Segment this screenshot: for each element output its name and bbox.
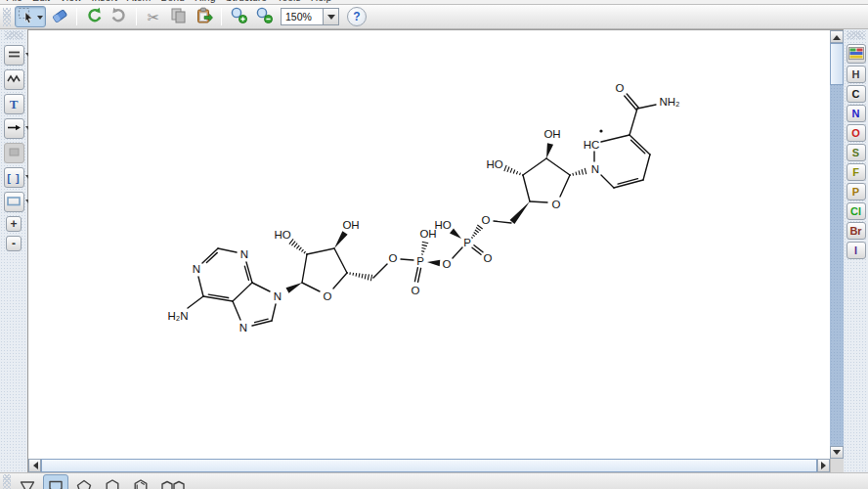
ring-template-pentagon[interactable] — [71, 474, 97, 489]
wedge-bond[interactable] — [510, 201, 530, 224]
element-button-i[interactable]: I — [846, 242, 866, 259]
atom-label[interactable]: O — [482, 214, 491, 226]
atom-label[interactable]: O — [389, 252, 398, 264]
zoom-in-button[interactable] — [227, 6, 250, 27]
bond[interactable] — [302, 283, 320, 291]
bond[interactable] — [629, 135, 650, 155]
rectangle-tool-button[interactable] — [4, 192, 24, 212]
ring-template-triangle[interactable] — [15, 474, 40, 489]
plus-charge-button[interactable]: + — [6, 216, 22, 232]
wedge-bond[interactable] — [427, 260, 440, 266]
scroll-up-button[interactable] — [830, 30, 844, 43]
bond[interactable] — [601, 175, 614, 188]
zoom-level-combo[interactable]: 150% — [281, 8, 339, 25]
bond[interactable] — [523, 158, 546, 175]
atom-label[interactable]: HO — [434, 219, 451, 231]
ring-template-benzene[interactable] — [128, 474, 153, 489]
atom-label[interactable]: OH — [543, 128, 560, 140]
bond[interactable] — [188, 296, 203, 308]
menu-item-file[interactable]: File — [6, 0, 22, 3]
bond[interactable] — [546, 158, 570, 175]
help-button[interactable]: ? — [347, 7, 367, 26]
bond[interactable] — [272, 304, 276, 321]
undo-button[interactable] — [82, 6, 106, 27]
bond[interactable] — [252, 283, 270, 291]
ring-template-square[interactable] — [43, 474, 68, 489]
menu-item-view[interactable]: View — [60, 0, 82, 3]
scroll-down-button[interactable] — [830, 446, 844, 459]
bond[interactable] — [629, 109, 637, 135]
element-button-h[interactable]: H — [846, 66, 866, 83]
atom-label[interactable]: N — [240, 248, 248, 260]
minus-charge-button[interactable]: - — [6, 236, 22, 251]
horizontal-scroll-thumb[interactable] — [41, 459, 817, 472]
bond[interactable] — [307, 248, 334, 254]
atom-label[interactable]: O — [552, 199, 561, 210]
bond[interactable] — [494, 221, 511, 223]
atom-label[interactable]: O — [484, 252, 493, 264]
bond[interactable] — [203, 296, 233, 301]
bond[interactable] — [233, 283, 252, 301]
template-toolbar-grip[interactable] — [3, 474, 11, 489]
atom-label[interactable]: H₂N — [167, 310, 188, 322]
bond[interactable] — [643, 155, 650, 180]
menu-item-help[interactable]: Help — [311, 0, 332, 3]
element-button-o[interactable]: O — [846, 124, 866, 142]
atom-label[interactable]: N — [274, 290, 282, 302]
element-button-n[interactable]: N — [846, 105, 866, 122]
redo-button[interactable] — [108, 6, 131, 27]
bond[interactable] — [373, 264, 387, 278]
ring-template-hexagon[interactable] — [100, 474, 125, 489]
right-toolbar-grip[interactable] — [846, 31, 865, 39]
bond[interactable] — [218, 248, 237, 252]
bond[interactable] — [523, 175, 530, 201]
left-toolbar-grip[interactable] — [5, 31, 23, 39]
copy-button[interactable] — [167, 6, 191, 27]
atom-label[interactable]: P — [416, 255, 424, 267]
element-button-c[interactable]: C — [846, 85, 866, 103]
element-button-br[interactable]: Br — [846, 222, 866, 240]
bond[interactable] — [530, 201, 547, 202]
bond[interactable] — [401, 259, 413, 260]
eraser-button[interactable] — [48, 6, 71, 27]
bond-tool-button[interactable] — [4, 45, 24, 66]
paste-button[interactable] — [193, 6, 216, 27]
menu-item-bond[interactable]: Bond — [160, 0, 185, 3]
zoom-combo-dropdown-button[interactable] — [324, 8, 339, 25]
horizontal-scrollbar[interactable] — [28, 459, 830, 472]
menu-item-edit[interactable]: Edit — [32, 0, 50, 3]
bond[interactable] — [601, 135, 629, 142]
atom-label[interactable]: O — [324, 290, 332, 302]
zoom-level-value[interactable]: 150% — [281, 8, 324, 25]
vertical-scroll-track[interactable] — [830, 43, 844, 446]
menu-item-structure[interactable]: Structure — [226, 0, 268, 3]
horizontal-scroll-track[interactable] — [41, 459, 817, 472]
chain-tool-button[interactable] — [4, 69, 24, 90]
toolbar-grip[interactable] — [3, 8, 11, 26]
atom-label[interactable]: HO — [486, 158, 502, 170]
menu-item-insert[interactable]: Insert — [92, 0, 117, 3]
vertical-scroll-thumb[interactable] — [830, 43, 844, 85]
select-tool-dropdown-arrow[interactable] — [37, 16, 43, 22]
text-tool-button[interactable]: T — [4, 94, 24, 114]
wedge-bond[interactable] — [546, 143, 553, 158]
ring-template-fused-rings[interactable] — [156, 474, 190, 489]
bond[interactable] — [302, 254, 307, 283]
atom-label[interactable]: O — [443, 258, 452, 270]
scroll-right-button[interactable] — [817, 459, 830, 472]
wedge-bond[interactable] — [334, 231, 348, 248]
bond[interactable] — [233, 301, 240, 320]
bond[interactable] — [202, 248, 218, 263]
element-button-cl[interactable]: Cl — [846, 202, 866, 220]
atom-label[interactable]: N — [193, 263, 200, 275]
atom-label[interactable]: OH — [342, 219, 359, 231]
atom-label[interactable]: N — [239, 322, 247, 333]
select-tool-button[interactable] — [15, 6, 46, 27]
bond[interactable] — [334, 248, 347, 273]
cut-button[interactable]: ✂ — [142, 6, 165, 27]
double-bond-line[interactable] — [418, 268, 421, 282]
wedge-bond[interactable] — [450, 229, 461, 239]
double-bond-line[interactable] — [414, 268, 417, 282]
atom-label[interactable]: O — [616, 82, 625, 94]
bond[interactable] — [560, 175, 570, 197]
